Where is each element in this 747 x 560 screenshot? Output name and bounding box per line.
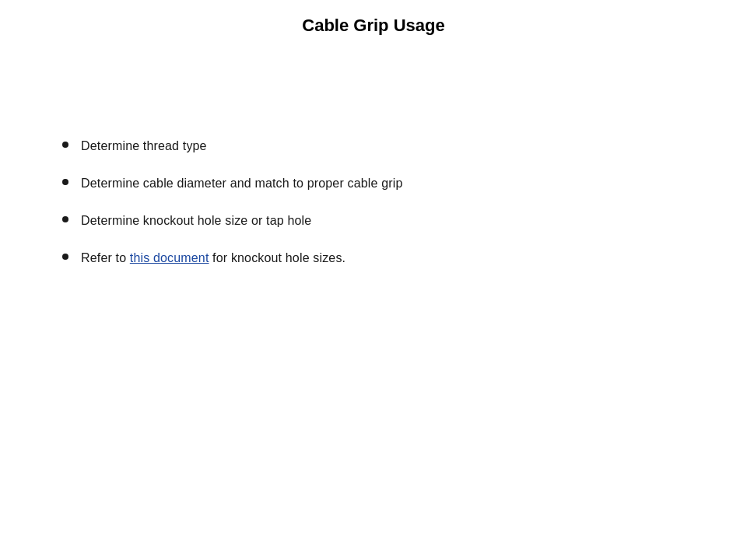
content-area: Determine thread type Determine cable di… xyxy=(62,137,685,268)
bullet-dot xyxy=(62,142,68,148)
bullet-dot xyxy=(62,216,68,222)
list-item: Determine cable diameter and match to pr… xyxy=(62,174,685,193)
bullet-list: Determine thread type Determine cable di… xyxy=(62,137,685,268)
this-document-link[interactable]: this document xyxy=(130,251,209,264)
text-after: for knockout hole sizes. xyxy=(209,251,346,264)
text-before: Refer to xyxy=(81,251,130,264)
list-item-text: Determine knockout hole size or tap hole xyxy=(81,212,311,230)
page-title: Cable Grip Usage xyxy=(62,0,685,44)
list-item: Determine thread type xyxy=(62,137,685,156)
list-item-text: Refer to this document for knockout hole… xyxy=(81,249,345,268)
list-item: Determine knockout hole size or tap hole xyxy=(62,212,685,230)
list-item-text: Determine cable diameter and match to pr… xyxy=(81,174,402,193)
list-item-text: Determine thread type xyxy=(81,137,207,156)
bullet-dot xyxy=(62,179,68,185)
bullet-dot xyxy=(62,254,68,260)
list-item-with-link: Refer to this document for knockout hole… xyxy=(62,249,685,268)
page-container: Cable Grip Usage Determine thread type D… xyxy=(0,0,747,560)
